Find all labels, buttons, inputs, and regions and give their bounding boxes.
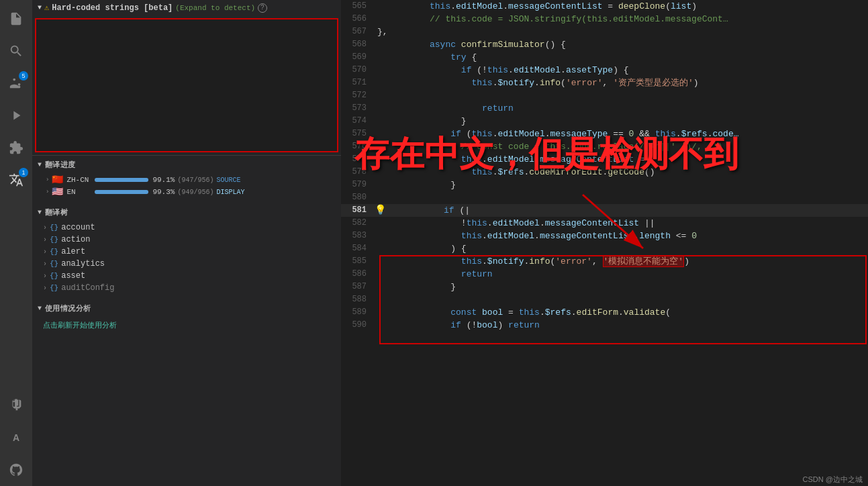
line-num-573: 573 — [341, 102, 375, 115]
action-braces: {} — [50, 236, 58, 244]
tree-item-asset[interactable]: › {} asset — [32, 270, 341, 282]
tree-item-analytics[interactable]: › {} analytics — [32, 258, 341, 270]
en-flag: 🇺🇸 — [52, 188, 64, 196]
line-566: 566 // this.code = JSON.stringify(this.e… — [341, 13, 868, 26]
line-num-584: 584 — [341, 242, 375, 255]
source-control-badge: 5 — [19, 71, 28, 81]
asset-label: asset — [61, 271, 85, 281]
translation-tree-title: 翻译树 — [45, 207, 68, 217]
github-icon[interactable] — [0, 454, 32, 486]
translation-progress-section: ▼ 翻译进度 › 🇨🇳 ZH-CN 99.1% (947/956) SOURCE… — [32, 156, 341, 198]
en-progress-fill — [95, 190, 148, 194]
zh-progress-fill — [95, 178, 148, 182]
zh-percent: 99.1% — [152, 176, 175, 184]
code-lines: 565 this.editModel.messageContentList = … — [341, 0, 868, 486]
account-label: account — [61, 223, 95, 232]
line-num-572: 572 — [341, 89, 375, 102]
usage-refresh-link[interactable]: 点击刷新开始使用分析 — [32, 318, 341, 333]
hardcoded-strings-header[interactable]: ▼ ⚠ Hard-coded strings [beta] (Expand to… — [32, 0, 341, 15]
tree-item-action[interactable]: › {} action — [32, 234, 341, 246]
translation-progress-title: 翻译进度 — [45, 160, 76, 170]
zh-fraction: (947/956) — [177, 177, 213, 184]
hardcoded-content-area — [35, 18, 338, 152]
line-num-566: 566 — [341, 13, 375, 26]
line-num-569: 569 — [341, 51, 375, 64]
usage-analysis-section: ▼ 使用情况分析 点击刷新开始使用分析 — [32, 299, 341, 333]
i18n-icon[interactable]: 1 — [0, 164, 32, 196]
zh-lang-code: ZH-CN — [66, 176, 91, 184]
line-num-577: 577 — [341, 153, 375, 166]
action-chevron-icon: › — [43, 236, 47, 244]
help-icon[interactable]: ? — [258, 3, 267, 13]
tree-item-alert[interactable]: › {} alert — [32, 246, 341, 258]
en-chevron-icon: › — [46, 189, 49, 195]
hardcoded-strings-panel: ▼ ⚠ Hard-coded strings [beta] (Expand to… — [32, 0, 341, 156]
action-label: action — [61, 235, 90, 244]
zh-flag: 🇨🇳 — [52, 176, 64, 184]
line-num-567: 567 — [341, 26, 375, 38]
line-num-579: 579 — [341, 179, 375, 191]
line-content-590: if (!bool) return — [375, 306, 868, 344]
zh-type-label: SOURCE — [216, 177, 240, 184]
hardcoded-title: Hard-coded strings [beta] — [52, 3, 173, 13]
line-num-578: 578 — [341, 166, 375, 179]
line-571: 571 this.$notify.info('error', '资产类型是必选的… — [341, 77, 868, 89]
account-braces: {} — [50, 224, 58, 232]
usage-chevron-icon: ▼ — [38, 305, 42, 312]
anchor-icon[interactable] — [0, 389, 32, 422]
alert-label: alert — [61, 247, 85, 256]
line-587: 587 } — [341, 281, 868, 293]
files-icon[interactable] — [0, 3, 32, 35]
progress-chevron-icon: ▼ — [38, 161, 42, 168]
asset-chevron-icon: › — [43, 273, 47, 280]
line-num-565: 565 — [341, 0, 375, 13]
search-icon[interactable] — [0, 35, 32, 67]
code-view: 565 this.editModel.messageContentList = … — [341, 0, 868, 486]
translation-progress-header[interactable]: ▼ 翻译进度 — [32, 156, 341, 174]
line-590: 590 if (!bool) return — [341, 319, 868, 332]
usage-refresh-label: 点击刷新开始使用分析 — [43, 322, 117, 330]
expand-link[interactable]: (Expand to detect) — [175, 4, 255, 12]
line-num-581: 581 — [341, 204, 375, 217]
activity-bar: 5 1 A — [0, 0, 32, 486]
run-icon[interactable] — [0, 99, 32, 132]
line-num-586: 586 — [341, 268, 375, 281]
extensions-icon[interactable] — [0, 132, 32, 164]
line-num-571: 571 — [341, 77, 375, 89]
credit-text: CSDN @边中之城 — [803, 475, 863, 483]
en-progress-item[interactable]: › 🇺🇸 EN 99.3% (949/956) DISPLAY — [32, 186, 341, 198]
line-num-587: 587 — [341, 281, 375, 293]
usage-analysis-header[interactable]: ▼ 使用情况分析 — [32, 299, 341, 318]
tree-item-auditconfig[interactable]: › {} auditConfig — [32, 282, 341, 294]
line-num-583: 583 — [341, 230, 375, 242]
chevron-down-icon: ▼ — [38, 4, 42, 11]
line-num-574: 574 — [341, 115, 375, 128]
audit-chevron-icon: › — [43, 285, 47, 292]
en-progress-bar — [95, 190, 148, 194]
en-lang-code: EN — [66, 188, 91, 196]
line-579: 579 } — [341, 179, 868, 191]
en-type-label: DISPLAY — [216, 189, 244, 196]
line-num-580: 580 — [341, 191, 375, 204]
alert-chevron-icon: › — [43, 248, 47, 256]
line-num-588: 588 — [341, 293, 375, 306]
zh-progress-item[interactable]: › 🇨🇳 ZH-CN 99.1% (947/956) SOURCE — [32, 174, 341, 186]
status-bar: CSDN @边中之城 — [798, 473, 868, 486]
line-num-575: 575 — [341, 128, 375, 140]
source-control-icon[interactable]: 5 — [0, 67, 32, 99]
translation-tree-section: ▼ 翻译树 › {} account › {} action › {} aler… — [32, 203, 341, 294]
i18n-badge: 1 — [19, 168, 28, 177]
line-num-589: 589 — [341, 306, 375, 319]
zh-chevron-icon: › — [46, 177, 49, 183]
zh-progress-bar — [95, 178, 148, 182]
line-num-590: 590 — [341, 319, 375, 332]
line-num-570: 570 — [341, 64, 375, 77]
sidebar: ▼ ⚠ Hard-coded strings [beta] (Expand to… — [32, 0, 341, 486]
audit-label: auditConfig — [61, 283, 114, 293]
hardcoded-label: Hard-coded strings [beta] — [52, 3, 173, 13]
tree-item-account[interactable]: › {} account — [32, 222, 341, 234]
translate-manage-icon[interactable]: A — [0, 422, 32, 454]
en-percent: 99.3% — [152, 188, 175, 196]
account-chevron-icon: › — [43, 224, 47, 232]
translation-tree-header[interactable]: ▼ 翻译树 — [32, 203, 341, 222]
